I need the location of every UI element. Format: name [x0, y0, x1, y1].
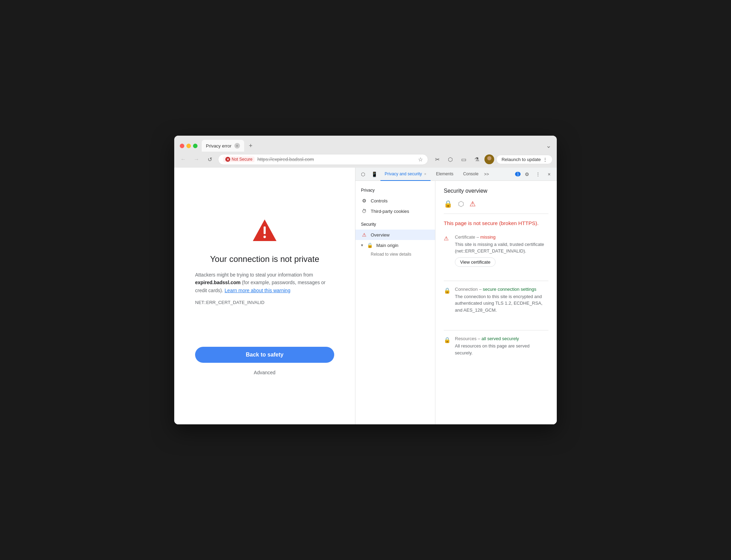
sidebar-reload-text: Reload to view details: [355, 250, 435, 258]
devtools-tab-security[interactable]: Privacy and security ×: [380, 168, 431, 181]
devtools-actions: 1 ⚙ ⋮ ×: [515, 169, 554, 179]
view-certificate-button[interactable]: View certificate: [455, 257, 496, 267]
error-code: NET::ERR_CERT_DATE_INVALID: [195, 300, 334, 305]
sidebar-item-controls[interactable]: ⚙ Controls: [355, 195, 435, 206]
overview-warning-icon: ⚠: [361, 232, 367, 238]
bookmark-icon[interactable]: ☆: [418, 156, 423, 163]
resources-description: All resources on this page are served se…: [455, 343, 548, 356]
close-traffic-light[interactable]: [180, 144, 184, 148]
sidebar-item-overview[interactable]: ⚠ Overview: [355, 230, 435, 240]
devtools-tab-console[interactable]: Console: [459, 168, 483, 181]
address-actions: ☆: [418, 156, 423, 163]
expand-arrow-icon: ▾: [361, 243, 363, 248]
browser-window: Privacy error × + ⌄ ← → ↺ ✕ Not Secure h…: [174, 136, 557, 424]
svg-point-4: [264, 235, 266, 238]
tab-overflow-icon[interactable]: ⌄: [546, 142, 551, 150]
cast-icon[interactable]: ▭: [458, 154, 469, 165]
new-tab-button[interactable]: +: [246, 141, 256, 151]
devtools-tab-elements-label: Elements: [436, 171, 453, 176]
security-main: Security overview 🔒 ⬡ ⚠ This page is not…: [435, 181, 557, 424]
connection-description: The connection to this site is encrypted…: [455, 293, 548, 314]
security-overview-title: Security overview: [444, 188, 548, 194]
controls-icon: ⚙: [361, 198, 367, 203]
minimize-traffic-light[interactable]: [186, 144, 191, 148]
resources-content: Resources – all served securely All reso…: [455, 336, 548, 359]
reload-button[interactable]: ↺: [205, 154, 215, 164]
title-bar: Privacy error × + ⌄: [174, 136, 557, 152]
security-section-title: Security: [355, 221, 435, 230]
tab-bar: Privacy error × + ⌄: [202, 140, 551, 152]
not-secure-badge[interactable]: ✕ Not Secure: [223, 157, 255, 162]
resources-detail: 🔒 Resources – all served securely All re…: [444, 336, 548, 366]
error-domain: expired.badssl.com: [195, 280, 241, 285]
certificate-status: missing: [480, 234, 496, 240]
connection-dash: –: [479, 287, 483, 292]
error-desc-part1: Attackers might be trying to steal your …: [195, 272, 313, 278]
connection-lock-icon: 🔒: [444, 287, 451, 317]
active-tab[interactable]: Privacy error ×: [202, 140, 244, 152]
back-button[interactable]: ←: [178, 154, 188, 164]
main-content: Your connection is not private Attackers…: [174, 168, 557, 424]
scissors-icon[interactable]: ✂: [432, 154, 443, 165]
certificate-detail: ⚠ Certificate – missing This site is mis…: [444, 234, 548, 274]
lock-icon: 🔒: [444, 200, 452, 208]
avatar[interactable]: [484, 154, 494, 164]
certificate-dash: –: [476, 234, 480, 240]
resources-dash: –: [478, 336, 482, 341]
security-sidebar: Privacy ⚙ Controls ⏱ Third-party cookies…: [355, 181, 435, 424]
error-icon: [251, 217, 279, 246]
connection-status: secure connection settings: [483, 287, 536, 292]
not-secure-icon: ✕: [225, 157, 230, 162]
controls-label: Controls: [371, 198, 387, 203]
back-to-safety-button[interactable]: Back to safety: [195, 347, 334, 363]
devtools-tab-elements[interactable]: Elements: [432, 168, 458, 181]
resources-title: Resources – all served securely: [455, 336, 548, 341]
error-title: Your connection is not private: [210, 254, 319, 264]
certificate-content: Certificate – missing This site is missi…: [455, 234, 548, 267]
svg-rect-3: [264, 226, 266, 234]
cookies-icon: ⏱: [361, 208, 367, 214]
divider-1: [444, 281, 548, 281]
devtools-chat-badge[interactable]: 1: [515, 172, 521, 176]
devtools-settings-icon[interactable]: ⚙: [522, 169, 532, 179]
alert-triangle-icon: ⚠: [469, 200, 476, 208]
devtools-panel: ⬡ 📱 Privacy and security × Elements Cons…: [355, 168, 557, 424]
advanced-link[interactable]: Advanced: [254, 370, 275, 375]
print-icon[interactable]: ⬡: [445, 154, 456, 165]
tab-close-button[interactable]: ×: [234, 143, 240, 149]
maximize-traffic-light[interactable]: [193, 144, 198, 148]
address-bar[interactable]: ✕ Not Secure https://expired.badssl.com …: [218, 154, 428, 165]
svg-point-0: [487, 156, 491, 160]
url-prefix: https://: [257, 157, 272, 162]
resources-label: Resources: [455, 336, 476, 341]
cookies-label: Third-party cookies: [371, 209, 409, 214]
error-page: Your connection is not private Attackers…: [174, 168, 355, 424]
url-domain: expired.badssl.com: [272, 157, 314, 162]
connection-detail: 🔒 Connection – secure connection setting…: [444, 287, 548, 323]
relaunch-button[interactable]: Relaunch to update ⋮: [496, 155, 553, 164]
sidebar-item-main-origin[interactable]: ▾ 🔒 Main origin: [355, 240, 435, 250]
devtools-tab-security-close[interactable]: ×: [424, 172, 426, 176]
toolbar-icons: ✂ ⬡ ▭ ⚗ Relaunch to update ⋮: [432, 154, 553, 165]
security-icons-row: 🔒 ⬡ ⚠: [444, 200, 548, 214]
privacy-section-title: Privacy: [355, 186, 435, 195]
security-alert-text: This page is not secure (broken HTTPS).: [444, 219, 548, 227]
connection-label: Connection: [455, 287, 478, 292]
devtools-inspect-icon[interactable]: ⬡: [358, 169, 368, 179]
devtools-more-tabs[interactable]: >>: [484, 172, 489, 177]
warning-triangle-svg: [251, 217, 279, 245]
learn-more-link[interactable]: Learn more about this warning: [225, 288, 290, 293]
devtools-close-icon[interactable]: ×: [544, 169, 554, 179]
main-origin-label: Main origin: [376, 243, 399, 248]
tab-label: Privacy error: [206, 143, 232, 149]
resources-lock-icon: 🔒: [444, 337, 451, 359]
error-description: Attackers might be trying to steal your …: [195, 271, 334, 294]
flask-icon[interactable]: ⚗: [471, 154, 482, 165]
devtools-tabs: ⬡ 📱 Privacy and security × Elements Cons…: [355, 168, 557, 181]
connection-content: Connection – secure connection settings …: [455, 287, 548, 317]
devtools-more-options-icon[interactable]: ⋮: [533, 169, 543, 179]
forward-button[interactable]: →: [192, 154, 201, 164]
sidebar-item-cookies[interactable]: ⏱ Third-party cookies: [355, 206, 435, 216]
devtools-device-icon[interactable]: 📱: [369, 169, 379, 179]
certificate-title: Certificate – missing: [455, 234, 548, 240]
